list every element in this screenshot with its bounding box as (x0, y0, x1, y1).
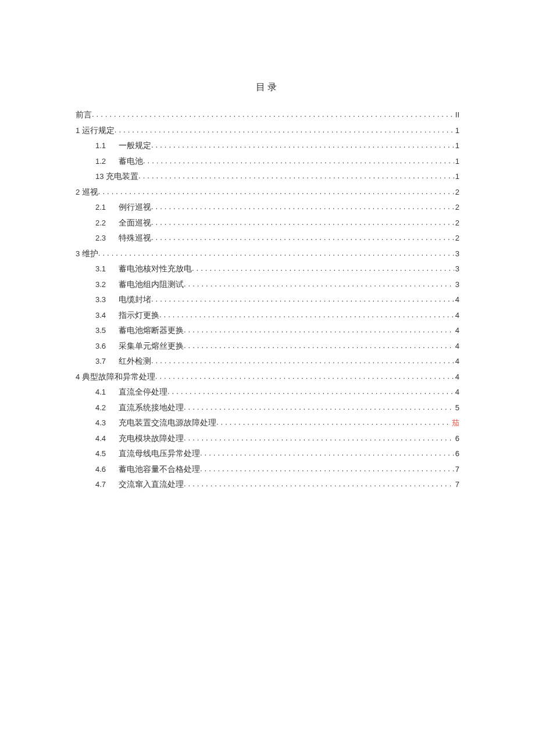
dot-leader (184, 323, 454, 338)
toc-entry[interactable]: 4.3充电装置交流电源故障处理茄 (76, 415, 459, 431)
entry-label: 蓄电池核对性充放电 (119, 261, 192, 277)
toc-entry[interactable]: 3.5蓄电池熔断器更换4 (76, 323, 459, 339)
entry-number: 3.5 (95, 323, 119, 339)
entry-number: 2.2 (95, 216, 119, 231)
entry-label: 采集单元熔丝更换 (119, 339, 184, 354)
entry-number: 3.1 (95, 261, 119, 277)
toc-entry[interactable]: 2.1例行巡视2 (76, 200, 459, 216)
toc-entry[interactable]: 3.7红外检测4 (76, 354, 459, 370)
entry-page: 2 (454, 185, 459, 200)
entry-page: 1 (454, 138, 459, 154)
entry-label: 蓄电池 (119, 154, 143, 170)
entry-page: 1 (454, 169, 459, 185)
dot-leader (159, 307, 454, 323)
toc-entry[interactable]: 4.6蓄电池容量不合格处理7 (76, 462, 459, 478)
dot-leader (200, 446, 454, 461)
entry-label: 一般规定 (119, 138, 151, 154)
entry-page: 7 (454, 477, 459, 493)
dot-leader (92, 107, 454, 123)
toc-entry[interactable]: 1.1一般规定1 (76, 138, 459, 154)
entry-number: 3 (76, 249, 82, 258)
toc-entry[interactable]: 3 维护3 (76, 246, 459, 262)
toc-entry[interactable]: 4.1直流全停处理4 (76, 385, 459, 400)
toc-entry[interactable]: 13 充电装置1 (76, 169, 459, 185)
toc-list: 前言II1 运行规定11.1一般规定11.2蓄电池113 充电装置12 巡视22… (76, 108, 459, 493)
entry-number: 4.6 (95, 462, 119, 478)
toc-entry[interactable]: 4.5直流母线电压异常处理6 (76, 446, 459, 462)
entry-label: 前言 (76, 108, 92, 123)
toc-entry[interactable]: 3.6采集单元熔丝更换4 (76, 339, 459, 354)
entry-number: 4.5 (95, 446, 119, 462)
entry-label: 直流系统接地处理 (119, 400, 184, 416)
entry-label: 蓄电池熔断器更换 (119, 323, 184, 339)
dot-leader (184, 277, 454, 292)
entry-page: 4 (454, 308, 459, 324)
entry-number: 1.2 (95, 154, 119, 170)
dot-leader (216, 415, 451, 431)
toc-entry[interactable]: 2 巡视2 (76, 185, 459, 200)
entry-label: 指示灯更换 (119, 308, 159, 324)
page-title: 目录 (76, 81, 459, 94)
entry-page: 茄 (451, 415, 459, 431)
entry-number: 13 (95, 172, 106, 181)
toc-entry[interactable]: 1.2蓄电池1 (76, 154, 459, 170)
toc-entry[interactable]: 3.1蓄电池核对性充放电3 (76, 261, 459, 277)
entry-number: 4.3 (95, 415, 119, 431)
toc-entry[interactable]: 2.2全面巡视2 (76, 216, 459, 231)
entry-page: 4 (454, 354, 459, 370)
dot-leader (151, 353, 454, 369)
dot-leader (184, 431, 454, 446)
entry-label: 充电模块故障处理 (119, 431, 184, 447)
dot-leader (155, 369, 454, 385)
entry-label: 全面巡视 (119, 216, 151, 231)
entry-page: 7 (454, 462, 459, 478)
entry-number: 3.6 (95, 339, 119, 354)
entry-label: 2 巡视 (76, 185, 98, 200)
entry-label: 红外检测 (119, 354, 151, 370)
entry-page: 4 (454, 323, 459, 339)
dot-leader (115, 123, 454, 138)
entry-label: 蓄电池组内阻测试 (119, 277, 184, 293)
toc-entry[interactable]: 4.2直流系统接地处理5 (76, 400, 459, 416)
entry-number: 2 (76, 188, 82, 196)
entry-page: 4 (454, 370, 459, 385)
entry-label: 4 典型故障和异常处理 (76, 370, 155, 385)
toc-entry[interactable]: 2.3特殊巡视2 (76, 231, 459, 246)
entry-page: 5 (454, 400, 459, 416)
toc-entry[interactable]: 4.4充电模块故障处理6 (76, 431, 459, 447)
entry-page: 3 (454, 261, 459, 277)
dot-leader (184, 338, 454, 354)
entry-page: 4 (454, 385, 459, 400)
toc-entry[interactable]: 前言II (76, 108, 459, 123)
entry-number: 4.1 (95, 385, 119, 400)
entry-number: 1 (76, 126, 82, 135)
entry-label: 电缆封堵 (119, 292, 151, 308)
entry-number: 2.1 (95, 200, 119, 216)
entry-page: 3 (454, 246, 459, 262)
entry-number: 2.3 (95, 231, 119, 246)
entry-page: 4 (454, 339, 459, 354)
toc-entry[interactable]: 3.4指示灯更换4 (76, 308, 459, 324)
dot-leader (98, 184, 454, 200)
dot-leader (143, 153, 454, 169)
entry-page: II (454, 108, 459, 123)
dot-leader (192, 261, 454, 277)
entry-number: 3.7 (95, 354, 119, 370)
entry-number: 3.2 (95, 277, 119, 293)
entry-label: 例行巡视 (119, 200, 151, 216)
dot-leader (184, 476, 454, 492)
toc-entry[interactable]: 3.3电缆封堵4 (76, 292, 459, 308)
dot-leader (200, 461, 454, 477)
entry-page: 2 (454, 200, 459, 216)
entry-page: 3 (454, 277, 459, 293)
entry-label: 直流母线电压异常处理 (119, 446, 200, 462)
toc-entry[interactable]: 1 运行规定1 (76, 123, 459, 139)
entry-number: 3.3 (95, 292, 119, 308)
dot-leader (98, 246, 454, 261)
dot-leader (167, 384, 454, 400)
entry-number: 3.4 (95, 308, 119, 324)
toc-entry[interactable]: 3.2蓄电池组内阻测试3 (76, 277, 459, 293)
toc-entry[interactable]: 4.7交流窜入直流处理7 (76, 477, 459, 493)
toc-entry[interactable]: 4 典型故障和异常处理4 (76, 370, 459, 385)
entry-label: 交流窜入直流处理 (119, 477, 184, 493)
